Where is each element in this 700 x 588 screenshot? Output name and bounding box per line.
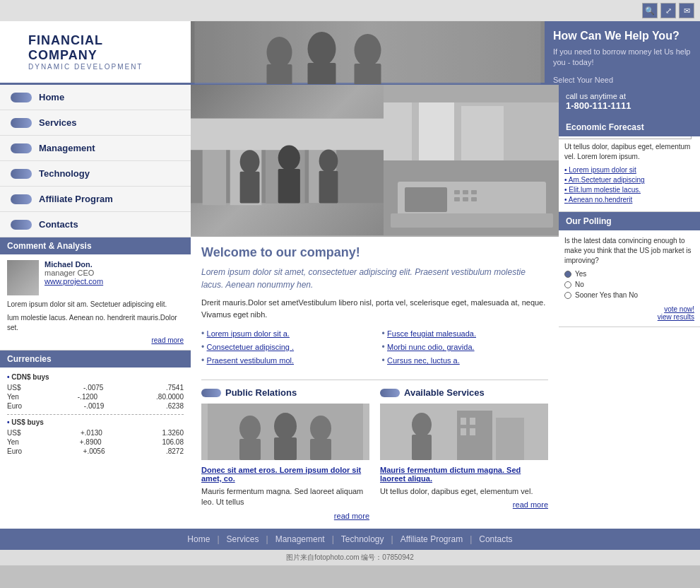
footer-link-affiliate[interactable]: Affiliate Program: [401, 534, 463, 544]
nav-item-technology[interactable]: Technology: [0, 161, 191, 187]
radio-sooner[interactable]: [564, 292, 571, 299]
list-link[interactable]: Consectetuer adipiscing .: [207, 343, 295, 351]
nav-item-home[interactable]: Home: [0, 85, 191, 110]
footer-link-contacts[interactable]: Contacts: [479, 534, 512, 544]
list-link[interactable]: Fusce feugiat malesuada.: [387, 329, 476, 338]
radio-no[interactable]: [564, 281, 571, 288]
list-item: Praesent vestibulum mol.: [201, 355, 368, 365]
poll-option-yes[interactable]: Yes: [564, 270, 694, 278]
list-link[interactable]: Cursus nec, luctus a.: [387, 356, 460, 365]
list-link[interactable]: Lorem ipsum dolor sit a.: [207, 329, 290, 338]
svg-rect-23: [511, 95, 559, 160]
forecast-link-2[interactable]: Am.Sectetuer adipiscing: [564, 176, 694, 184]
help-title: How Can We Help You?: [553, 30, 692, 42]
polling-body: Is the latest data convincing enough to …: [559, 230, 700, 327]
list-link[interactable]: Praesent vestibulum mol.: [207, 356, 295, 365]
list-item: Morbi nunc odio, gravida.: [382, 342, 549, 352]
help-text: If you need to borrow money let Us help …: [553, 47, 692, 69]
svg-rect-34: [471, 197, 477, 201]
forecast-link-4[interactable]: Aenean no.hendrerit: [564, 196, 694, 204]
svg-rect-31: [471, 190, 477, 194]
footer-sep: |: [332, 534, 334, 544]
nav-item-management[interactable]: Management: [0, 136, 191, 161]
link-list-col2: Fusce feugiat malesuada. Morbi nunc odio…: [382, 329, 549, 369]
svg-rect-33: [463, 197, 468, 201]
profile-role: manager CEO: [45, 269, 103, 277]
radio-yes[interactable]: [564, 271, 571, 278]
call-us-number: 1-800-111-1111: [566, 100, 693, 111]
main-layout: Home Services Management Technology Affi…: [0, 85, 700, 529]
resize-icon[interactable]: ⤢: [660, 3, 676, 18]
forecast-link-3[interactable]: Elit.lum molestie lacus.: [564, 186, 694, 194]
profile-url[interactable]: www.project.com: [45, 277, 103, 286]
list-item: Consectetuer adipiscing .: [201, 342, 368, 352]
card-body: Mauris fermentum magna. Sed laoreet aliq…: [201, 486, 369, 508]
comment-read-more[interactable]: read more: [7, 336, 184, 344]
view-results-link[interactable]: view results: [564, 313, 694, 321]
svg-rect-44: [412, 435, 432, 460]
card2-read-more[interactable]: read more: [380, 500, 548, 509]
card-public-relations: Public Relations: [201, 387, 369, 520]
footer-sep: |: [217, 534, 219, 544]
top-bar: 🔍 ⤢ ✉: [0, 0, 700, 21]
poll-sooner-label: Sooner Yes than No: [575, 291, 638, 299]
card-link[interactable]: Mauris fermentum dictum magna. Sed laore…: [380, 466, 548, 483]
forecast-section: Economic Forecast Ut tellus dolor, dapib…: [559, 118, 700, 212]
email-icon[interactable]: ✉: [679, 3, 694, 18]
banner-side-photos: [384, 85, 559, 235]
nav-bullet: [11, 220, 32, 230]
svg-rect-37: [239, 439, 261, 460]
usd-row-2: Yen +.8900 106.08: [7, 437, 184, 447]
header: FINANCIAL COMPANY DYNAMIC DEVELOPMENT: [0, 21, 700, 85]
footer-link-management[interactable]: Management: [275, 534, 325, 544]
svg-rect-50: [470, 428, 475, 435]
footer-sep: |: [470, 534, 472, 544]
card-title: Available Services: [404, 387, 485, 398]
nav-item-affiliate[interactable]: Affiliate Program: [0, 187, 191, 212]
svg-point-43: [412, 413, 432, 437]
logo-subtitle: DYNAMIC DEVELOPMENT: [28, 63, 162, 71]
svg-rect-29: [454, 190, 460, 194]
footer-bottom: 图片来自fotophoto.com 编号：07850942: [0, 550, 700, 565]
card-link[interactable]: Donec sit amet eros. Lorem ipsum dolor s…: [201, 466, 369, 483]
nav-item-services[interactable]: Services: [0, 110, 191, 136]
footer-copyright: 图片来自fotophoto.com 编号：07850942: [286, 553, 414, 561]
nav-label-services: Services: [39, 117, 77, 128]
footer-link-home[interactable]: Home: [187, 534, 210, 544]
footer-link-services[interactable]: Services: [227, 534, 259, 544]
logo-title: FINANCIAL COMPANY: [28, 33, 162, 63]
usd-row-1: US$ +.0130 1.3260: [7, 428, 184, 437]
svg-point-17: [319, 150, 338, 172]
nav-item-contacts[interactable]: Contacts: [0, 212, 191, 237]
forecast-link-1[interactable]: Lorem ipsum dolor sit: [564, 166, 694, 174]
svg-rect-47: [461, 418, 466, 425]
vote-now-link[interactable]: vote now!: [564, 305, 694, 313]
list-link[interactable]: Morbi nunc odio, gravida.: [387, 343, 475, 351]
profile-name: Michael Don.: [45, 260, 103, 269]
svg-rect-30: [463, 190, 468, 194]
svg-rect-41: [310, 439, 331, 460]
poll-no-label: No: [575, 281, 584, 288]
svg-rect-14: [240, 172, 260, 204]
link-list-col1: Lorem ipsum dolor sit a. Consectetuer ad…: [201, 329, 368, 369]
card-image: [380, 404, 548, 460]
forecast-title: Economic Forecast: [559, 118, 700, 136]
poll-option-no[interactable]: No: [564, 281, 694, 288]
card-image: [201, 404, 369, 460]
nav-bullet: [11, 118, 32, 128]
svg-rect-18: [319, 171, 338, 204]
list-item: Cursus nec, luctus a.: [382, 355, 549, 365]
footer-nav: Home | Services | Management | Technolog…: [0, 529, 700, 550]
card1-read-more[interactable]: read more: [201, 512, 369, 520]
welcome-title: Welcome to our company!: [201, 245, 548, 260]
footer-link-technology[interactable]: Technology: [341, 534, 384, 544]
banner-side-photo-1: [384, 85, 559, 160]
cards: Public Relations: [201, 387, 548, 520]
call-us-text: call us anytime at: [566, 92, 693, 100]
svg-rect-24: [384, 85, 559, 102]
polling-section: Our Polling Is the latest data convincin…: [559, 212, 700, 327]
select-need-label: Select Your Need: [553, 76, 692, 84]
poll-option-sooner[interactable]: Sooner Yes than No: [564, 291, 694, 299]
svg-point-36: [239, 416, 261, 441]
search-icon[interactable]: 🔍: [642, 3, 658, 18]
